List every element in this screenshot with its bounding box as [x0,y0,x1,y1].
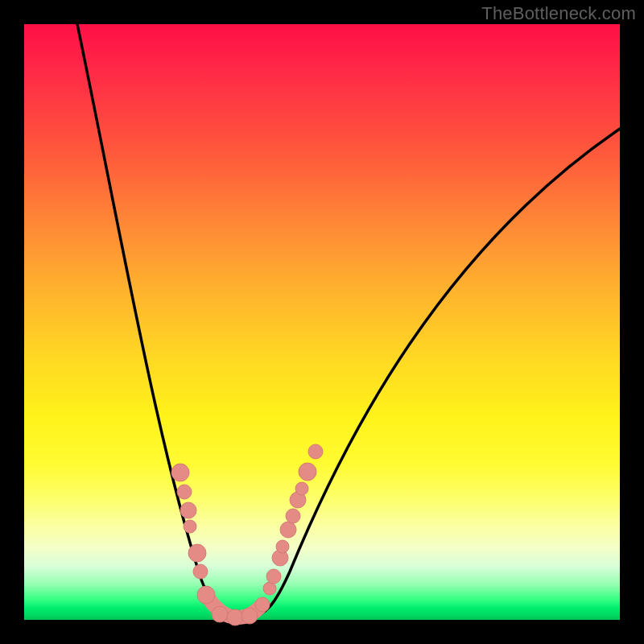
curve-layer [77,24,620,617]
data-marker [242,608,258,624]
data-marker [276,540,289,553]
plot-area [24,24,620,620]
data-marker [280,522,296,538]
marker-layer [171,444,323,625]
data-marker [227,609,243,625]
data-marker [286,509,300,523]
data-marker [266,569,281,584]
data-marker [188,544,206,562]
data-marker [212,606,228,622]
data-marker [180,502,196,518]
data-marker [255,597,270,612]
data-marker [308,444,323,459]
data-marker [184,520,196,533]
data-marker [295,482,308,495]
data-marker [193,564,208,579]
chart-frame: TheBottleneck.com [0,0,644,644]
bottleneck-curve [77,24,620,617]
data-marker [197,586,215,604]
watermark-text: TheBottleneck.com [481,3,636,24]
data-marker [177,485,192,499]
data-marker [299,463,316,481]
data-marker [171,464,189,481]
chart-svg [24,24,620,620]
